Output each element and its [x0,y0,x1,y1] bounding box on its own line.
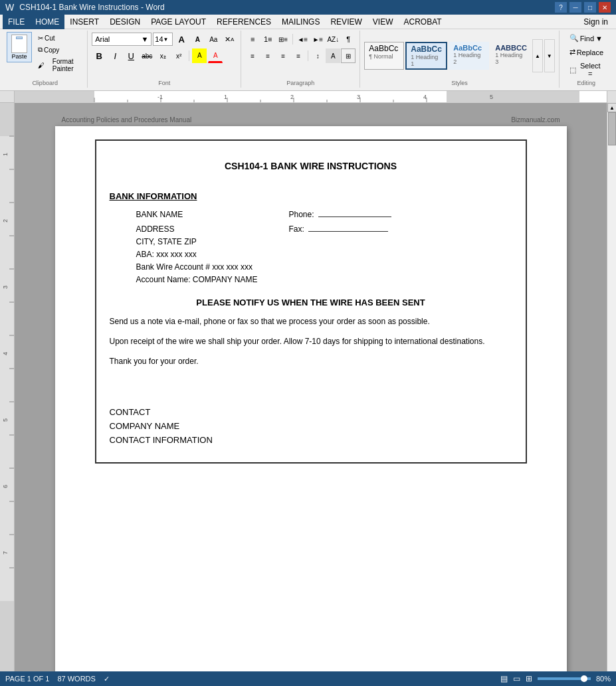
svg-rect-19 [0,103,15,136]
borders-button[interactable]: ⊞ [341,48,356,63]
cut-label: Cut [45,35,55,42]
menu-file[interactable]: FILE [3,15,30,29]
company-name: COMPANY NAME [110,421,512,431]
vertical-scrollbar: ▲ ▼ [607,103,616,683]
paragraph-group: ≡ 1≡ ⊞≡ ◄≡ ►≡ AZ↓ ¶ ≡ ≡ ≡ ≡ ↕ A ⊞ Paragr… [241,31,360,88]
menu-acrobat[interactable]: ACROBAT [398,15,447,29]
copy-button[interactable]: ⧉ Copy [35,44,83,55]
scroll-thumb[interactable] [608,112,616,145]
word-count: 87 WORDS [57,675,95,683]
scroll-track [607,112,616,673]
align-center-button[interactable]: ≡ [260,48,275,63]
menu-home[interactable]: HOME [30,15,64,29]
italic-button[interactable]: I [108,48,122,63]
zoom-slider[interactable] [538,677,591,680]
menu-review[interactable]: REVIEW [325,15,367,29]
phone-label: Phone: [289,210,314,219]
svg-text:2: 2 [290,94,294,100]
align-left-button[interactable]: ≡ [245,48,260,63]
clear-format-button[interactable]: ✕A [222,32,237,46]
help-button[interactable]: ? [555,2,567,13]
font-group: Arial ▼ 14 ▼ A A Aa ✕A B I U abc x₂ x² [88,31,241,88]
web-layout-button[interactable]: ⊞ [526,674,532,683]
header-left: Accounting Policies and Procedures Manua… [62,116,192,124]
line-spacing-button[interactable]: ↕ [310,48,325,63]
window-title: CSH104-1 Bank Wire Instructions - Word [19,3,165,12]
proofing-icon: ✓ [104,675,110,683]
show-formatting-button[interactable]: ¶ [341,32,356,46]
svg-text:-1: -1 [157,94,163,100]
restore-button[interactable]: □ [584,2,596,13]
replace-button[interactable]: ⇄ Replace [564,46,609,58]
superscript-button[interactable]: x² [171,48,186,63]
find-button[interactable]: 🔍 Find ▼ [564,32,609,44]
font-name-box[interactable]: Arial ▼ [92,33,152,46]
document-title: CSH104-1 BANK WIRE INSTRUCTIONS [110,161,512,171]
replace-label: Replace [577,48,603,56]
style-heading3[interactable]: AABBCC 1 Heading 3 [490,42,531,70]
ruler-area: 1 2 3 4 -1 5 [0,91,616,103]
clipboard-group: Paste ✂ Cut ⧉ Copy 🖌 Format Painter [3,31,88,88]
svg-text:6: 6 [2,485,9,488]
close-button[interactable]: ✕ [599,2,611,13]
align-right-button[interactable]: ≡ [276,48,290,63]
styles-scroll-up[interactable]: ▲ [532,39,543,72]
contact-section: CONTACT COMPANY NAME CONTACT INFORMATION [110,407,512,445]
aba-label: ABA: xxx xxx xxx [136,250,197,259]
contact-heading: CONTACT [110,407,512,417]
ruler-right-corner [607,91,616,103]
format-painter-button[interactable]: 🖌 Format Painter [35,56,83,74]
bank-name-label: BANK NAME [136,210,289,219]
sort-button[interactable]: AZ↓ [326,32,340,46]
strikethrough-button[interactable]: abc [140,48,154,63]
numbering-button[interactable]: 1≡ [260,32,275,46]
svg-rect-1 [447,91,579,103]
document-area: Accounting Policies and Procedures Manua… [15,103,607,683]
shrink-font-button[interactable]: A [190,32,205,46]
grow-font-button[interactable]: A [174,32,189,46]
svg-rect-20 [0,601,15,683]
bold-button[interactable]: B [92,48,106,63]
text-highlight-button[interactable]: A [192,48,207,63]
menu-view[interactable]: VIEW [367,15,399,29]
horizontal-ruler: 1 2 3 4 -1 5 [15,91,607,103]
menu-insert[interactable]: INSERT [64,15,104,29]
font-size-box[interactable]: 14 ▼ [153,33,173,46]
sign-in-link[interactable]: Sign in [578,16,613,28]
bullets-button[interactable]: ≡ [245,32,260,46]
menu-references[interactable]: REFERENCES [211,15,276,29]
svg-text:3: 3 [357,94,360,100]
style-normal[interactable]: AaBbCc ¶ Normal [364,42,404,70]
styles-expand[interactable]: ▼ [544,39,555,72]
account-name-row: Account Name: COMPANY NAME [136,275,512,284]
fax-field [308,222,388,232]
copy-label: Copy [44,46,59,54]
increase-indent-button[interactable]: ►≡ [310,32,325,46]
read-mode-button[interactable]: ▤ [500,674,508,683]
subscript-button[interactable]: x₂ [155,48,170,63]
menu-mailings[interactable]: MAILINGS [276,15,325,29]
menu-page-layout[interactable]: PAGE LAYOUT [146,15,211,29]
bank-name-row: BANK NAME Phone: [136,208,512,219]
select-button[interactable]: ⬚ Select = [564,60,609,80]
change-case-button[interactable]: Aa [206,32,221,46]
menu-design[interactable]: DESIGN [104,15,146,29]
print-layout-button[interactable]: ▭ [513,674,520,683]
cut-button[interactable]: ✂ Cut [35,33,83,43]
title-bar: W CSH104-1 Bank Wire Instructions - Word… [0,0,616,15]
decrease-indent-button[interactable]: ◄≡ [295,32,310,46]
underline-button[interactable]: U [124,48,138,63]
paste-button[interactable]: Paste [7,32,32,62]
menu-bar: FILE HOME INSERT DESIGN PAGE LAYOUT REFE… [0,15,616,29]
minimize-button[interactable]: ─ [569,2,581,13]
body-paragraph-2: Upon receipt of the wire we shall ship y… [110,335,512,347]
zoom-thumb [581,675,587,682]
scroll-up-button[interactable]: ▲ [607,103,616,112]
style-heading2[interactable]: AaBbCc 1 Heading 2 [449,42,489,70]
multilevel-list-button[interactable]: ⊞≡ [276,32,290,46]
font-color-button[interactable]: A [208,48,223,63]
justify-button[interactable]: ≡ [291,48,306,63]
contact-info: CONTACT INFORMATION [110,435,512,445]
shading-button[interactable]: A [326,48,340,63]
style-heading1[interactable]: AaBbCc 1 Heading 1 [405,42,447,70]
